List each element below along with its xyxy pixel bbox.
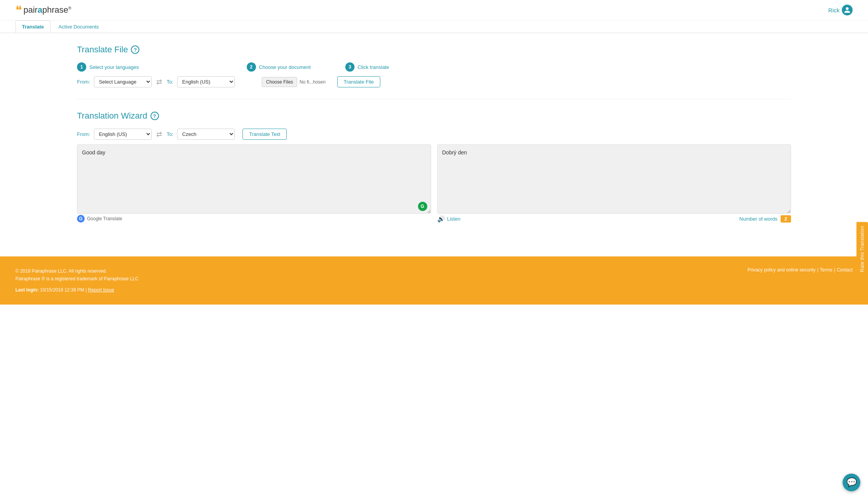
footer-right: Privacy policy and online security | Ter… <box>748 267 853 273</box>
to-language-select-file[interactable]: English (US) Spanish French German Czech <box>177 76 235 87</box>
footer-last-login: Last login: 10/15/2018 12:38 PM | Report… <box>15 286 139 294</box>
step-3-label: Click translate <box>358 64 389 70</box>
footer: © 2018 Pairaphrase LLC. All rights reser… <box>0 256 868 305</box>
from-language-select-file[interactable]: Select Language English (US) Spanish Fre… <box>94 76 152 87</box>
user-area: Rick <box>828 5 853 15</box>
output-controls: 🔊 Listen Number of words 2 <box>437 215 791 223</box>
translate-file-button[interactable]: Translate File <box>337 76 380 87</box>
input-textarea[interactable]: Good day <box>77 144 431 214</box>
grammarly-icon: G <box>418 202 427 211</box>
username: Rick <box>828 7 840 13</box>
file-name-display: No fi...hosen <box>299 79 325 85</box>
step-2-label: Choose your document <box>259 64 311 70</box>
to-language-select-wizard[interactable]: Czech English (US) Spanish French German <box>177 129 235 140</box>
textarea-row: Good day G Dobrý den <box>77 144 791 215</box>
output-textarea[interactable]: Dobrý den <box>437 144 791 214</box>
main-content: Translate File ? 1 Select your languages… <box>0 33 868 256</box>
tab-active-documents[interactable]: Active Documents <box>52 20 105 33</box>
translation-wizard-title-text: Translation Wizard <box>77 111 147 121</box>
textarea-bottom-area: G Google Translate 🔊 Listen Number of wo… <box>77 215 791 223</box>
to-label-file: To: <box>167 79 173 85</box>
footer-copyright: © 2018 Pairaphrase LLC. All rights reser… <box>15 267 139 275</box>
translation-wizard-title: Translation Wizard ? <box>77 111 791 121</box>
translate-file-title: Translate File ? <box>77 45 791 55</box>
contact-link[interactable]: Contact <box>837 267 853 273</box>
listen-button[interactable]: 🔊 Listen <box>437 215 461 223</box>
translate-file-section: Translate File ? 1 Select your languages… <box>77 45 791 87</box>
last-login-label: Last login: <box>15 287 39 293</box>
from-label-wizard: From: <box>77 131 90 137</box>
word-count-area: Number of words 2 <box>739 215 791 223</box>
logo-a: a <box>38 5 42 15</box>
to-label-wizard: To: <box>167 131 173 137</box>
report-issue-link[interactable]: Report Issue <box>88 287 114 293</box>
google-translate-label: Google Translate <box>87 216 122 221</box>
logo-icon: ❝ <box>15 4 22 16</box>
from-label-file: From: <box>77 79 90 85</box>
file-input-area: Choose Files No fi...hosen <box>262 77 325 87</box>
listen-label: Listen <box>447 216 461 222</box>
section-divider <box>77 99 791 99</box>
tab-translate[interactable]: Translate <box>15 20 50 33</box>
rate-translation-button[interactable]: Rate this Translation <box>856 222 868 276</box>
user-avatar-icon[interactable] <box>842 5 853 15</box>
logo-pair: pair <box>23 5 38 15</box>
word-count-label: Number of words <box>739 216 778 222</box>
logo-reg: ® <box>68 6 71 10</box>
step-3: 3 Click translate <box>345 62 389 72</box>
footer-separator-2: | <box>834 267 835 273</box>
nav-tabs: Translate Active Documents <box>0 20 868 33</box>
step-2-number: 2 <box>247 62 256 72</box>
step-2: 2 Choose your document <box>247 62 311 72</box>
footer-trademark: Pairaphrase ® is a registered trademark … <box>15 275 139 283</box>
step-1: 1 Select your languages <box>77 62 139 72</box>
from-language-select-wizard[interactable]: English (US) Spanish French German Czech <box>94 129 152 140</box>
output-textarea-wrapper: Dobrý den <box>437 144 791 215</box>
translate-file-steps: 1 Select your languages 2 Choose your do… <box>77 62 791 72</box>
google-translate-badge: G Google Translate <box>77 215 431 223</box>
logo-text: pairaphrase® <box>23 5 71 15</box>
step-1-label: Select your languages <box>89 64 139 70</box>
header: ❝ pairaphrase® Rick <box>0 0 868 20</box>
step-3-number: 3 <box>345 62 355 72</box>
rate-sidebar-container: Rate this Translation <box>856 222 868 277</box>
privacy-policy-link[interactable]: Privacy policy and online security <box>748 267 816 273</box>
step-1-number: 1 <box>77 62 86 72</box>
logo-phrase: phrase <box>42 5 68 15</box>
logo: ❝ pairaphrase® <box>15 4 71 16</box>
listen-icon: 🔊 <box>437 215 445 223</box>
word-count-badge: 2 <box>781 215 791 223</box>
footer-separator-1: | <box>817 267 818 273</box>
translation-wizard-help-icon[interactable]: ? <box>151 112 159 120</box>
input-textarea-wrapper: Good day G <box>77 144 431 215</box>
swap-arrows-icon-wizard: ⇄ <box>156 130 162 139</box>
translate-file-title-text: Translate File <box>77 45 128 55</box>
translation-wizard-section: Translation Wizard ? From: English (US) … <box>77 111 791 223</box>
translation-wizard-controls: From: English (US) Spanish French German… <box>77 129 791 140</box>
terms-link[interactable]: Terms <box>820 267 833 273</box>
translate-text-button[interactable]: Translate Text <box>243 129 287 140</box>
translate-file-help-icon[interactable]: ? <box>131 45 139 54</box>
google-translate-area: G Google Translate <box>77 215 431 223</box>
choose-files-button[interactable]: Choose Files <box>262 77 297 87</box>
translate-file-controls: From: Select Language English (US) Spani… <box>77 76 791 87</box>
google-g-icon: G <box>77 215 85 223</box>
footer-left: © 2018 Pairaphrase LLC. All rights reser… <box>15 267 139 294</box>
swap-arrows-icon-file: ⇄ <box>156 78 162 86</box>
last-login-value: 10/15/2018 12:38 PM <box>40 287 84 293</box>
